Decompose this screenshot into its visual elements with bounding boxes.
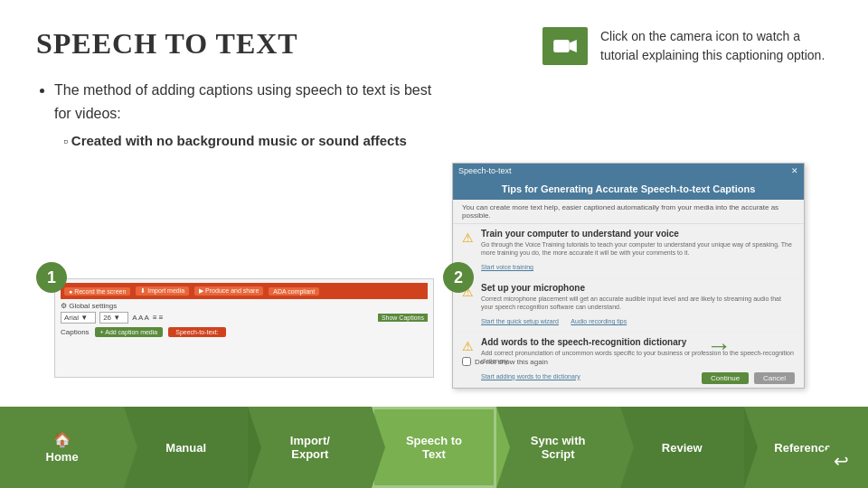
ss1-font-row: Arial ▼ 26 ▼ A A A ≡ ≡ Show Captions <box>61 312 428 324</box>
ss2-continue-btn[interactable]: Continue <box>702 372 749 384</box>
nav-item-import-export[interactable]: Import/Export <box>248 407 372 488</box>
ss1-toolbar: ● Record the screen ⬇ Import media ▶ Pro… <box>61 283 428 299</box>
camera-icon-box[interactable] <box>542 27 588 65</box>
ss1-record-btn: ● Record the screen <box>64 287 130 296</box>
screenshot-1-inner: ● Record the screen ⬇ Import media ▶ Pro… <box>55 279 433 377</box>
ss2-section-1: ⚠ Train your computer to understand your… <box>453 224 804 278</box>
badge-2: 2 <box>443 262 474 293</box>
ss1-settings-row: ⚙ Global settings <box>61 302 428 310</box>
ss1-import-btn: ⬇ Import media <box>136 286 189 296</box>
ss2-header: Tips for Generating Accurate Speech-to-t… <box>453 178 804 200</box>
ss2-section-2: ⚠ Set up your microphone Correct microph… <box>453 278 804 333</box>
nav-item-review[interactable]: Review <box>620 407 744 488</box>
ss2-link-2[interactable]: Start the quick setup wizard <box>481 318 559 324</box>
badge-1: 1 <box>36 262 67 293</box>
ss2-link-3[interactable]: Audio recording tips <box>571 318 627 324</box>
ss2-checkbox-label: Do not show this again <box>475 358 548 366</box>
info-box: Click on the camera icon to watch a tuto… <box>542 27 832 65</box>
ss1-ada-btn: ADA compliant <box>269 287 319 296</box>
return-to-top-button[interactable]: ↩ <box>823 443 859 479</box>
ss2-checkbox-row: Do not show this again <box>462 357 548 366</box>
nav-item-sync-with-script[interactable]: Sync withScript <box>496 407 620 488</box>
nav-label-import-export: Import/Export <box>290 434 330 461</box>
info-text: Click on the camera icon to watch a tuto… <box>600 27 832 65</box>
ss1-produce-btn: ▶ Produce and share <box>194 286 263 296</box>
ss2-warn-icon-1: ⚠ <box>462 230 474 245</box>
camera-icon <box>552 33 578 59</box>
screenshot-1: ● Record the screen ⬇ Import media ▶ Pro… <box>54 278 434 378</box>
ss2-arrow: → <box>706 332 731 361</box>
nav-item-manual[interactable]: Manual <box>124 407 248 488</box>
ss2-title-bar: Speech-to-text ✕ <box>453 164 804 178</box>
ss2-cancel-btn[interactable]: Cancel <box>754 372 795 384</box>
ss2-warn-icon-3: ⚠ <box>462 339 474 353</box>
ss2-link-1[interactable]: Start voice training <box>481 264 533 270</box>
nav-label-speech-to-text: Speech toText <box>406 434 462 461</box>
bullet-main: The method of adding captions using spee… <box>54 79 452 125</box>
main-content: Speech to Text Click on the camera icon … <box>0 0 868 407</box>
ss2-intro: You can create more text help, easier ca… <box>453 200 804 224</box>
svg-marker-1 <box>570 40 577 52</box>
nav-item-home[interactable]: 🏠 Home <box>0 407 124 488</box>
home-icon: 🏠 <box>46 431 79 448</box>
ss2-footer: Continue Cancel <box>693 369 804 388</box>
nav-label-review: Review <box>662 441 703 455</box>
sub-bullet: Created with no background music or soun… <box>63 130 452 152</box>
ss2-checkbox[interactable] <box>462 357 471 366</box>
bottom-nav: 🏠 Home Manual Import/Export Speech toTex… <box>0 407 868 488</box>
nav-item-speech-to-text[interactable]: Speech toText <box>372 407 495 488</box>
nav-label-home: Home <box>46 450 79 464</box>
svg-rect-0 <box>553 40 570 52</box>
nav-label-manual: Manual <box>165 441 206 455</box>
screenshot-2: Speech-to-text ✕ Tips for Generating Acc… <box>452 163 805 389</box>
ss2-link-4[interactable]: Start adding words to the dictionary <box>481 373 580 380</box>
bullet-section: The method of adding captions using spee… <box>36 79 452 152</box>
nav-label-sync-with-script: Sync withScript <box>531 434 586 461</box>
ss1-captions-row: Captions + Add caption media Speech-to-t… <box>61 327 428 337</box>
